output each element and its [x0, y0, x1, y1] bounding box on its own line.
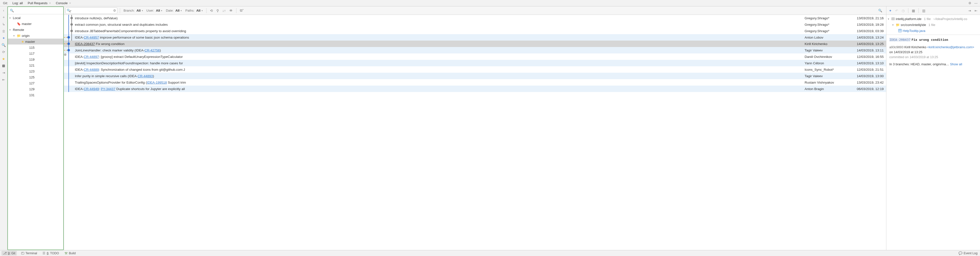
- issue-link[interactable]: CR-44949: [84, 87, 99, 91]
- branch-tree-row[interactable]: 🔖master: [8, 21, 63, 27]
- module-name: intellij.platform.ide: [896, 17, 921, 21]
- branch-tree-row[interactable]: 123: [8, 68, 63, 74]
- commit-row[interactable]: [devkit] InspectionDescriptionNotFoundIn…: [64, 60, 886, 66]
- cherry-pick-icon[interactable]: ⚲: [215, 9, 220, 13]
- issue-link[interactable]: CR-42756: [145, 48, 160, 52]
- filter-branch[interactable]: Branch: All ▾: [123, 9, 144, 12]
- filter-paths[interactable]: Paths: All ▾: [184, 9, 204, 12]
- branch-label: 119: [29, 58, 35, 61]
- search-icon[interactable]: 🔍: [2, 43, 6, 47]
- branch-tree-row[interactable]: 129: [8, 86, 63, 92]
- branch-tree-row[interactable]: 115: [8, 45, 63, 50]
- commit-author: Tagir Valeev: [805, 74, 846, 78]
- commit-row[interactable]: Infer purity in simple recursive calls (…: [64, 73, 886, 79]
- branch-tree-row[interactable]: 119: [8, 56, 63, 62]
- toolwindow-terminal[interactable]: Terminal: [20, 251, 38, 255]
- back-icon[interactable]: ‹: [2, 8, 6, 12]
- tree-root[interactable]: ▾ intellij.platform.ide 1 file ~/IdeaPro…: [886, 16, 980, 22]
- commit-row[interactable]: introduce JBTabbedPane#tabComponentInset…: [64, 28, 886, 34]
- commit-row[interactable]: IDEA-CR-44949: PY-34437 Duplicate shortc…: [64, 86, 886, 92]
- close-icon[interactable]: ×: [49, 1, 51, 5]
- group-icon[interactable]: ▦: [911, 9, 916, 13]
- commit-graph: [64, 53, 75, 60]
- commit-date: 14/03/2019, 13:25: [846, 42, 886, 46]
- expand-icon[interactable]: ⇥: [2, 71, 6, 75]
- chevron-icon: ▾: [10, 29, 12, 31]
- refresh-icon[interactable]: ⟲: [209, 9, 214, 13]
- checkout-icon[interactable]: ↳: [2, 22, 6, 26]
- commit-row[interactable]: ↓IDEA-CR-44957 improve performance of so…: [64, 34, 886, 40]
- commit-author: Anton Bragin: [805, 87, 846, 91]
- commits-search[interactable]: 🔍 ▾ ⚙: [65, 7, 117, 14]
- gear-icon[interactable]: ⚙: [113, 9, 116, 12]
- collapse-icon[interactable]: ⇤: [974, 9, 978, 13]
- commit-row[interactable]: JoinLinesHandler: check marker validity …: [64, 47, 886, 53]
- commit-row[interactable]: IDEA-CR-44889: Synchronization of change…: [64, 66, 886, 73]
- commit-row[interactable]: introduce nullize(s, defValue)Gregory.Sh…: [64, 15, 886, 21]
- issue-link[interactable]: CR-44893: [138, 74, 153, 78]
- favorite-icon[interactable]: ★: [2, 57, 6, 61]
- commit-author: Icons_Sync_Robot*: [805, 68, 846, 72]
- refresh-icon[interactable]: ⟳: [2, 50, 6, 54]
- toolwindow-eventlog[interactable]: 💬 Event Log: [958, 251, 978, 255]
- issue-link[interactable]: CR-44957: [84, 35, 99, 39]
- issue-link[interactable]: IDEA-199518: [147, 81, 167, 84]
- author-email[interactable]: <kirill.kirichenko@jetbrains.com>: [927, 45, 974, 49]
- branch-tree-row[interactable]: ▾Remote: [8, 27, 63, 33]
- expand-icon[interactable]: ⇥: [967, 9, 972, 13]
- close-icon[interactable]: ×: [69, 1, 71, 5]
- branch-tree-row[interactable]: 117: [8, 50, 63, 56]
- show-all-link[interactable]: Show all: [950, 62, 962, 66]
- commit-row[interactable]: extract common json, structural search a…: [64, 21, 886, 28]
- undo-icon[interactable]: ↶: [894, 9, 899, 13]
- branch-tree-row[interactable]: 121: [8, 62, 63, 68]
- toolwindow-todo[interactable]: ☰ 6: TODO: [41, 251, 60, 255]
- tab-label: Log: all: [12, 1, 23, 5]
- commit-row[interactable]: TrailingSpacesOptionsProvider for Editor…: [64, 79, 886, 86]
- tab-pull-requests[interactable]: Pull Requests ×: [26, 1, 53, 5]
- collapse-icon[interactable]: ⇤: [2, 78, 6, 82]
- branch-tree-row[interactable]: ▾Local: [8, 15, 63, 21]
- eye-icon[interactable]: 👁: [228, 9, 234, 13]
- minimize-icon[interactable]: —: [973, 1, 978, 5]
- history-icon[interactable]: ◷: [901, 9, 906, 13]
- new-tab-icon[interactable]: ⧉⁺: [239, 8, 245, 13]
- author-date: 14/03/2019 at 13:25: [894, 50, 923, 54]
- tab-console[interactable]: Console ×: [54, 1, 73, 5]
- gear-icon[interactable]: ⚙: [967, 1, 972, 5]
- branch-tree-row[interactable]: 131: [8, 92, 63, 98]
- changed-files-tree: ▾ intellij.platform.ide 1 file ~/IdeaPro…: [886, 15, 980, 35]
- branches-tree: ▾Local🔖master▾Remote▾📁origin★master11511…: [8, 14, 63, 250]
- add-icon[interactable]: ＋: [2, 15, 6, 19]
- toolwindow-git[interactable]: ⎇ 9: Git: [2, 251, 17, 256]
- layout-icon[interactable]: ▥: [921, 9, 926, 13]
- module-icon: [891, 17, 895, 20]
- issue-link[interactable]: PY-34437: [101, 87, 115, 91]
- pin-icon[interactable]: ✦: [888, 9, 893, 13]
- commit-details: IDEA-208437 Fix wrong condition a93c9893…: [886, 35, 980, 250]
- filter-date[interactable]: Date: All ▾: [165, 9, 183, 12]
- filter-user[interactable]: User: All ▾: [145, 9, 164, 12]
- commit-message: Fix wrong condition: [912, 38, 948, 42]
- issue-link[interactable]: CR-44889: [84, 68, 99, 72]
- sort-icon[interactable]: ↓↑: [221, 9, 227, 13]
- commit-row[interactable]: IDEA-CR-44897: [groovy] extract DefaultU…: [64, 53, 886, 60]
- toolwindow-build[interactable]: ⚒ Build: [64, 251, 77, 255]
- tree-dir[interactable]: ▾ 📁 src/com/intellij/ide 1 file: [886, 22, 980, 28]
- branch-tree-row[interactable]: 127: [8, 80, 63, 86]
- branch-label: origin: [22, 34, 30, 38]
- issue-link[interactable]: CR-44897: [84, 55, 99, 59]
- branch-tree-row[interactable]: 125: [8, 74, 63, 80]
- branch-tree-row[interactable]: ★master: [8, 38, 63, 45]
- tree-file[interactable]: HelpTooltip.java: [886, 28, 980, 34]
- left-gutter: ‹ ＋ ↳ 🗑 ✦ 🔍 ⟳ ★ ⇥ ⇤: [0, 6, 7, 250]
- commit-row[interactable]: IDEA-208437 Fix wrong conditionKirill Ki…: [64, 40, 886, 47]
- branch-tree-row[interactable]: ▾📁origin: [8, 33, 63, 38]
- branches-search[interactable]: 🔍: [8, 7, 63, 14]
- delete-icon[interactable]: 🗑: [2, 29, 6, 33]
- diff-icon[interactable]: ✦: [2, 36, 6, 40]
- commit-author: Daniil Ovchinnikov: [805, 55, 846, 59]
- layout-icon[interactable]: [2, 64, 6, 68]
- search-icon[interactable]: 🔍: [878, 9, 885, 12]
- tab-log-all[interactable]: Log: all: [10, 1, 25, 5]
